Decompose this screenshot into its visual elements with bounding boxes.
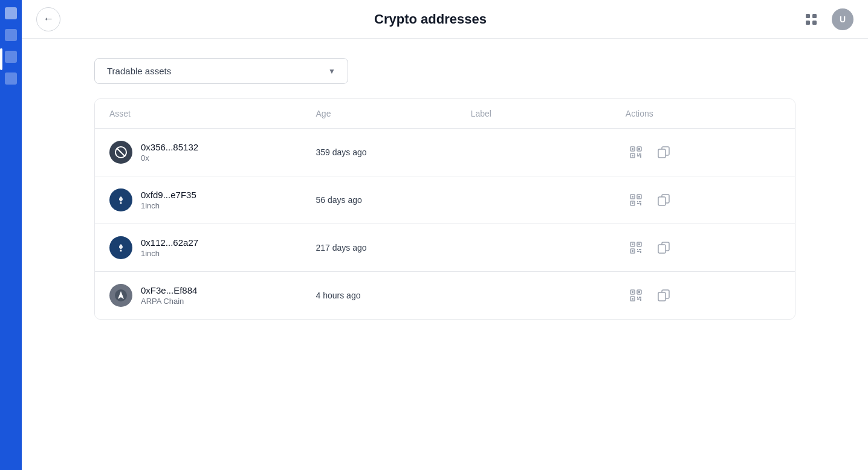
svg-point-33 [120,250,122,252]
qr-code-icon [630,242,642,254]
svg-rect-29 [640,203,641,205]
content-area: Tradable assets ▼ Asset Age Label Action… [22,39,868,339]
sidebar-icon-4[interactable] [5,72,17,85]
header: ← Crypto addresses U [22,0,868,39]
asset-name-1: 0x [141,153,198,163]
oneinch-icon [114,193,128,207]
asset-cell-3: 0x112...62a27 1inch [109,236,316,259]
copy-icon [658,194,670,206]
age-cell-2: 56 days ago [316,195,471,205]
svg-rect-56 [640,298,641,301]
column-header-age: Age [316,109,471,118]
oneinch-icon [114,241,128,254]
svg-rect-43 [640,251,641,253]
asset-icon-4 [109,284,132,307]
svg-rect-54 [639,297,641,298]
asset-address-1: 0x356...85132 [141,142,198,152]
table-row: 0x112...62a27 1inch 217 days ago [95,224,795,272]
svg-rect-28 [637,203,640,204]
svg-rect-39 [632,250,633,252]
asset-name-4: ARPA Chain [141,297,197,306]
copy-button-2[interactable] [653,190,674,210]
svg-rect-52 [632,298,633,300]
svg-rect-1 [812,14,817,18]
asset-icon-2 [109,188,132,211]
svg-rect-25 [632,202,633,204]
actions-cell-1 [626,142,780,163]
asset-address-2: 0xfd9...e7F35 [141,190,196,200]
copy-icon [658,289,670,301]
column-header-asset: Asset [109,109,316,118]
qr-button-4[interactable] [626,285,646,306]
actions-cell-2 [626,190,780,210]
filter-container: Tradable assets ▼ [94,58,795,84]
copy-icon [658,146,670,158]
asset-icon-1 [109,141,132,164]
grid-icon [805,13,818,26]
sidebar-icon-2[interactable] [5,29,17,41]
age-cell-1: 359 days ago [316,147,471,157]
chevron-down-icon: ▼ [328,67,335,76]
table-row: 0xF3e...Ef884 ARPA Chain 4 hours ago [95,272,795,319]
copy-button-4[interactable] [653,285,674,306]
asset-address-3: 0x112...62a27 [141,237,198,248]
svg-rect-14 [637,155,640,156]
dropdown-label: Tradable assets [107,66,171,76]
qr-code-icon [630,289,642,301]
asset-info-3: 0x112...62a27 1inch [141,237,198,258]
page-title: Crypto addresses [374,11,487,27]
column-header-label: Label [471,109,626,118]
qr-code-icon [630,146,642,158]
sidebar-icon-1[interactable] [5,7,17,19]
qr-button-2[interactable] [626,190,646,210]
svg-rect-58 [658,292,666,301]
sidebar-icon-3[interactable] [5,51,17,63]
svg-rect-35 [632,243,633,245]
asset-icon-3 [109,236,132,259]
qr-button-1[interactable] [626,142,646,163]
asset-info-4: 0xF3e...Ef884 ARPA Chain [141,285,197,306]
svg-rect-7 [632,148,633,150]
main-content: ← Crypto addresses U Tradabl [22,0,868,470]
svg-rect-45 [658,245,666,253]
user-avatar[interactable]: U [832,8,853,30]
copy-button-1[interactable] [653,142,674,163]
asset-cell-1: 0x356...85132 0x [109,141,316,164]
svg-rect-21 [632,196,633,198]
svg-rect-0 [806,14,810,18]
svg-rect-50 [638,291,640,293]
asset-name-2: 1inch [141,201,196,210]
asset-address-4: 0xF3e...Ef884 [141,285,197,295]
qr-code-icon [630,194,642,206]
column-header-actions: Actions [626,109,780,118]
svg-rect-53 [637,297,638,298]
svg-rect-42 [637,251,640,252]
svg-rect-40 [637,249,638,250]
asset-info-2: 0xfd9...e7F35 1inch [141,190,196,210]
actions-cell-3 [626,237,780,258]
back-arrow-icon: ← [43,13,54,25]
svg-rect-48 [632,291,633,293]
svg-rect-11 [632,155,633,156]
svg-rect-15 [640,155,641,158]
svg-point-19 [120,202,122,204]
svg-line-5 [117,148,125,156]
asset-info-1: 0x356...85132 0x [141,142,198,163]
age-cell-3: 217 days ago [316,243,471,253]
svg-rect-55 [637,298,640,300]
qr-button-3[interactable] [626,237,646,258]
age-cell-4: 4 hours ago [316,291,471,300]
asset-cell-2: 0xfd9...e7F35 1inch [109,188,316,211]
tradable-assets-dropdown[interactable]: Tradable assets ▼ [94,58,348,84]
header-right: U [800,8,853,30]
svg-rect-23 [638,196,640,198]
svg-rect-9 [638,148,640,150]
addresses-table: Asset Age Label Actions 0x356...85132 [94,98,795,320]
copy-button-3[interactable] [653,237,674,258]
table-header-row: Asset Age Label Actions [95,99,795,129]
grid-menu-button[interactable] [800,8,822,30]
table-row: 0x356...85132 0x 359 days ago [95,129,795,176]
forbidden-icon [114,146,128,159]
svg-rect-41 [639,249,641,250]
back-button[interactable]: ← [36,7,60,31]
